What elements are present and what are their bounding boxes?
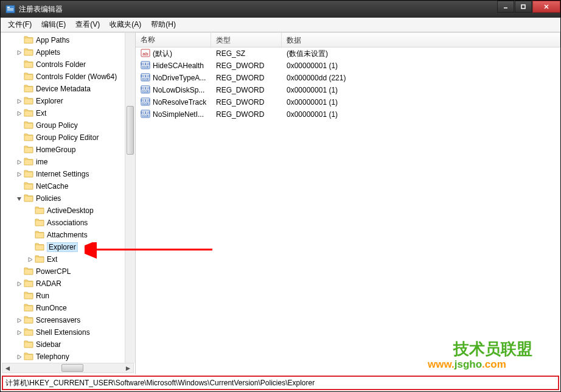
tree-node[interactable]: Applets — [1, 46, 135, 58]
maximize-button[interactable] — [515, 1, 532, 13]
list-row[interactable]: 0111100100NoLowDiskSp...REG_DWORD0x00000… — [136, 84, 560, 96]
tree-label: HomeGroup — [36, 145, 75, 154]
tree-label: Applets — [36, 48, 60, 57]
expander-empty — [15, 292, 23, 299]
chevron-right-icon[interactable] — [26, 256, 33, 263]
folder-icon — [35, 218, 47, 228]
col-header-name[interactable]: 名称 — [136, 33, 211, 47]
tree-label: Controls Folder — [36, 60, 86, 69]
tree-node[interactable]: Screensavers — [1, 314, 135, 326]
chevron-right-icon[interactable] — [15, 353, 23, 360]
scroll-right-arrow[interactable]: ► — [123, 363, 133, 373]
tree-node[interactable]: Ext — [1, 253, 135, 265]
tree-vertical-scrollbar[interactable] — [125, 33, 135, 363]
folder-icon — [24, 315, 36, 326]
folder-icon — [35, 242, 47, 253]
tree-node[interactable]: NetCache — [1, 180, 135, 192]
scrollbar-thumb[interactable] — [127, 106, 134, 155]
col-header-type[interactable]: 类型 — [211, 33, 282, 47]
value-type: REG_DWORD — [211, 109, 282, 120]
expander-empty — [15, 37, 23, 44]
chevron-down-icon[interactable] — [15, 195, 23, 202]
tree-label: Run — [36, 292, 49, 300]
col-header-data[interactable]: 数据 — [282, 33, 560, 47]
expander-empty — [15, 134, 23, 141]
expander-empty — [15, 61, 23, 68]
value-name: NoSimpleNetI... — [153, 110, 204, 119]
tree-node[interactable]: PowerCPL — [1, 265, 135, 278]
folder-icon — [24, 340, 36, 350]
tree-node[interactable]: ime — [1, 156, 135, 168]
statusbar-path: 计算机\HKEY_CURRENT_USER\Software\Microsoft… — [2, 376, 559, 390]
tree-horizontal-scrollbar[interactable]: ◄ ► — [2, 363, 134, 373]
tree-node[interactable]: App Paths — [1, 34, 135, 46]
minimize-button[interactable] — [497, 1, 514, 13]
tree-label: Explorer — [36, 97, 63, 105]
scrollbar-thumb[interactable] — [61, 364, 83, 372]
tree-scroll[interactable]: App PathsAppletsControls FolderControls … — [1, 33, 135, 374]
chevron-right-icon[interactable] — [15, 97, 23, 105]
list-body[interactable]: ab(默认)REG_SZ(数值未设置)0111100100HideSCAHeal… — [136, 47, 560, 374]
tree-node[interactable]: HomeGroup — [1, 144, 135, 156]
tree-node[interactable]: Controls Folder — [1, 58, 135, 71]
tree-label: Shell Extensions — [36, 328, 90, 337]
tree-label: Associations — [47, 219, 88, 227]
tree-node[interactable]: Ext — [1, 107, 135, 119]
folder-icon — [24, 157, 36, 167]
tree-node[interactable]: Run — [1, 290, 135, 302]
tree-node[interactable]: RADAR — [1, 278, 135, 290]
tree-node[interactable]: Group Policy Editor — [1, 131, 135, 144]
menu-favorites[interactable]: 收藏夹(A) — [105, 18, 146, 32]
menu-file[interactable]: 文件(F) — [3, 18, 37, 32]
reg-string-icon: ab — [141, 48, 153, 60]
tree-node[interactable]: Attachments — [1, 229, 135, 241]
chevron-right-icon[interactable] — [15, 280, 23, 287]
tree-node[interactable]: Controls Folder (Wow64) — [1, 71, 135, 83]
close-button[interactable] — [532, 1, 560, 13]
path-text: 计算机\HKEY_CURRENT_USER\Software\Microsoft… — [5, 378, 315, 388]
tree-node[interactable]: Group Policy — [1, 119, 135, 131]
tree-node[interactable]: Device Metadata — [1, 83, 135, 95]
folder-icon — [24, 145, 36, 155]
value-name: HideSCAHealth — [153, 61, 204, 70]
tree-node[interactable]: Sidebar — [1, 338, 135, 351]
folder-icon — [24, 60, 36, 70]
folder-icon — [24, 291, 36, 301]
tree-label: Screensavers — [36, 316, 80, 324]
tree-node[interactable]: Associations — [1, 217, 135, 229]
titlebar[interactable]: 注册表编辑器 — [1, 1, 560, 18]
chevron-right-icon[interactable] — [15, 158, 23, 166]
chevron-right-icon[interactable] — [15, 329, 23, 336]
value-data: 0x00000001 (1) — [282, 60, 560, 71]
tree-node[interactable]: Policies — [1, 192, 135, 205]
menu-help[interactable]: 帮助(H) — [146, 18, 181, 32]
chevron-right-icon[interactable] — [15, 317, 23, 324]
value-name: NoDriveTypeA... — [153, 74, 206, 82]
folder-icon — [24, 279, 36, 289]
list-panel: 名称 类型 数据 ab(默认)REG_SZ(数值未设置)0111100100Hi… — [136, 33, 560, 374]
list-row[interactable]: 0111100100NoSimpleNetI...REG_DWORD0x0000… — [136, 108, 560, 121]
folder-icon — [24, 47, 36, 58]
tree-node[interactable]: ActiveDesktop — [1, 205, 135, 217]
folder-icon — [24, 84, 36, 94]
tree-node[interactable]: Explorer — [1, 95, 135, 107]
tree-node[interactable]: Explorer — [1, 241, 135, 253]
tree-node[interactable]: Internet Settings — [1, 168, 135, 180]
list-row[interactable]: ab(默认)REG_SZ(数值未设置) — [136, 47, 560, 60]
menu-edit[interactable]: 编辑(E) — [37, 18, 71, 32]
list-row[interactable]: 0111100100HideSCAHealthREG_DWORD0x000000… — [136, 60, 560, 72]
chevron-right-icon[interactable] — [15, 49, 23, 56]
chevron-right-icon[interactable] — [15, 110, 23, 117]
tree-node[interactable]: RunOnce — [1, 302, 135, 314]
chevron-right-icon[interactable] — [15, 170, 23, 178]
tree-label: Internet Settings — [36, 170, 89, 178]
menu-view[interactable]: 查看(V) — [71, 18, 105, 32]
tree-node[interactable]: Telephony — [1, 351, 135, 363]
scroll-left-arrow[interactable]: ◄ — [2, 363, 13, 373]
tree-label: Ext — [36, 109, 46, 117]
list-row[interactable]: 0111100100NoResolveTrackREG_DWORD0x00000… — [136, 96, 560, 108]
expander-empty — [26, 207, 33, 214]
list-row[interactable]: 0111100100NoDriveTypeA...REG_DWORD0x0000… — [136, 72, 560, 84]
svg-text:0100: 0100 — [142, 102, 148, 105]
tree-node[interactable]: Shell Extensions — [1, 326, 135, 338]
